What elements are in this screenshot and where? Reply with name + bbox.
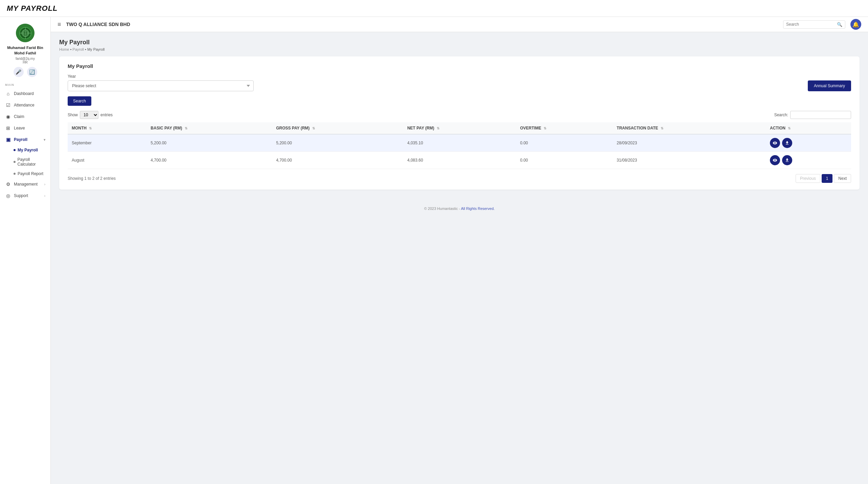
col-basic-pay: BASIC PAY (RM) ⇅	[146, 122, 272, 134]
sidebar-item-claim[interactable]: ◉ Claim	[0, 111, 50, 122]
sidebar-item-dashboard[interactable]: ⌂ Dashboard	[0, 88, 50, 99]
table-header: MONTH ⇅ BASIC PAY (RM) ⇅ GROSS PAY (RM) …	[68, 122, 851, 134]
profile-refresh-btn[interactable]: 🔄	[27, 67, 37, 77]
download-button[interactable]	[782, 138, 792, 148]
header-row: MONTH ⇅ BASIC PAY (RM) ⇅ GROSS PAY (RM) …	[68, 122, 851, 134]
header-search-input[interactable]	[786, 22, 837, 27]
chevron-down-icon: ▾	[44, 138, 45, 142]
cell-month: September	[68, 134, 146, 152]
sidebar-item-attendance[interactable]: ☑ Attendance	[0, 99, 50, 111]
breadcrumb-payroll[interactable]: Payroll	[72, 47, 84, 51]
view-button[interactable]	[770, 155, 780, 165]
sidebar-item-label: Attendance	[14, 103, 35, 107]
main-content: ≡ TWO Q ALLIANCE SDN BHD 🔍 🔔 My Payroll …	[51, 17, 868, 484]
header-right: 🔍 🔔	[783, 19, 861, 30]
search-button[interactable]: Search	[68, 96, 91, 106]
sidebar-item-label: Payroll	[14, 137, 27, 142]
sort-icon[interactable]: ⇅	[544, 126, 546, 130]
breadcrumb: Home • Payroll • My Payroll	[59, 47, 860, 51]
next-button[interactable]: Next	[834, 174, 851, 183]
table-search-input[interactable]	[790, 111, 851, 119]
download-button[interactable]	[782, 155, 792, 165]
sort-icon[interactable]: ⇅	[185, 126, 187, 130]
show-label: Show	[68, 113, 78, 117]
sub-item-label: Payroll Calculator	[18, 157, 47, 167]
sidebar-item-payroll-report[interactable]: Payroll Report	[10, 169, 50, 178]
home-icon: ⌂	[5, 91, 11, 96]
col-gross-pay: GROSS PAY (RM) ⇅	[272, 122, 403, 134]
cell-transaction-date: 31/08/2023	[613, 152, 766, 169]
chevron-right-icon: ›	[44, 183, 45, 186]
profile-email: farid@2q.my	[16, 57, 35, 60]
sort-icon[interactable]: ⇅	[89, 126, 92, 130]
sub-item-label: Payroll Report	[18, 171, 43, 176]
show-entries: Show 10 25 50 100 entries	[68, 111, 113, 119]
col-month: MONTH ⇅	[68, 122, 146, 134]
payroll-icon: ▣	[5, 137, 11, 142]
table-controls: Show 10 25 50 100 entries Search:	[68, 111, 851, 119]
sidebar-item-payroll[interactable]: ▣ Payroll ▾	[0, 134, 50, 145]
claim-icon: ◉	[5, 114, 11, 119]
view-button[interactable]	[770, 138, 780, 148]
sidebar-item-management[interactable]: ⚙ Management ›	[0, 178, 50, 190]
avatar	[16, 24, 35, 42]
profile-mic-btn[interactable]: 🎤	[14, 67, 24, 77]
notification-bell-icon[interactable]: 🔔	[850, 19, 861, 30]
page-header: My Payroll Home • Payroll • My Payroll	[59, 39, 860, 51]
sub-dot-icon	[14, 173, 16, 175]
cell-transaction-date: 28/09/2023	[613, 134, 766, 152]
sidebar-item-payroll-calculator[interactable]: Payroll Calculator	[10, 155, 50, 169]
sidebar-main-label: MAIN	[0, 80, 50, 88]
payroll-submenu: My Payroll Payroll Calculator Payroll Re…	[0, 145, 50, 178]
cell-net-pay: 4,035.10	[403, 134, 516, 152]
profile-name: Muhamad Farid Bin Mohd Fathil	[3, 45, 47, 56]
col-overtime: OVERTIME ⇅	[516, 122, 613, 134]
sidebar-item-leave[interactable]: ⊞ Leave	[0, 122, 50, 134]
col-transaction-date: TRANSACTION DATE ⇅	[613, 122, 766, 134]
annual-summary-button[interactable]: Annual Summary	[808, 80, 851, 91]
action-buttons	[770, 155, 847, 165]
table-search-label: Search:	[774, 113, 788, 117]
col-action: ACTION ⇅	[766, 122, 851, 134]
footer-text: © 2023 Humantastic -	[424, 207, 461, 211]
cell-gross-pay: 4,700.00	[272, 152, 403, 169]
profile-icons: 🎤 🔄	[14, 67, 37, 77]
sidebar-item-label: Support	[14, 193, 28, 198]
year-label: Year	[68, 74, 254, 79]
page-1-button[interactable]: 1	[822, 174, 833, 183]
sort-icon[interactable]: ⇅	[437, 126, 439, 130]
breadcrumb-home[interactable]: Home	[59, 47, 69, 51]
card-title: My Payroll	[68, 63, 851, 69]
cell-action	[766, 134, 851, 152]
sidebar-item-support[interactable]: ◎ Support ›	[0, 190, 50, 201]
sidebar-item-label: Claim	[14, 114, 24, 119]
hamburger-icon[interactable]: ≡	[58, 21, 61, 28]
sidebar-item-label: Dashboard	[14, 91, 34, 96]
table-body: September 5,200.00 5,200.00 4,035.10 0.0…	[68, 134, 851, 169]
pagination-buttons: Previous 1 Next	[796, 174, 851, 183]
year-form-group: Year Please select 2023 2022 2021	[68, 74, 254, 91]
sort-icon[interactable]: ⇅	[312, 126, 315, 130]
footer-link[interactable]: All Rights Reserved.	[461, 207, 495, 211]
table-search: Search:	[774, 111, 851, 119]
breadcrumb-current: My Payroll	[87, 47, 105, 51]
main-card: My Payroll Year Please select 2023 2022 …	[59, 56, 860, 190]
cell-month: August	[68, 152, 146, 169]
sort-icon[interactable]: ⇅	[661, 126, 663, 130]
year-row: Year Please select 2023 2022 2021 Annual…	[68, 74, 851, 91]
company-name: TWO Q ALLIANCE SDN BHD	[66, 22, 130, 27]
year-select[interactable]: Please select 2023 2022 2021	[68, 80, 254, 91]
sort-icon[interactable]: ⇅	[788, 126, 791, 130]
sidebar-item-my-payroll[interactable]: My Payroll	[10, 145, 50, 155]
previous-button[interactable]: Previous	[796, 174, 820, 183]
table-row: September 5,200.00 5,200.00 4,035.10 0.0…	[68, 134, 851, 152]
sidebar-item-label: Management	[14, 182, 38, 187]
cell-overtime: 0.00	[516, 134, 613, 152]
entries-select[interactable]: 10 25 50 100	[80, 111, 98, 119]
showing-text: Showing 1 to 2 of 2 entries	[68, 176, 116, 181]
management-icon: ⚙	[5, 182, 11, 187]
sidebar: Muhamad Farid Bin Mohd Fathil farid@2q.m…	[0, 17, 51, 484]
cell-basic-pay: 5,200.00	[146, 134, 272, 152]
app-title: MY PAYROLL	[7, 4, 58, 13]
page-content: My Payroll Home • Payroll • My Payroll M…	[51, 32, 868, 224]
